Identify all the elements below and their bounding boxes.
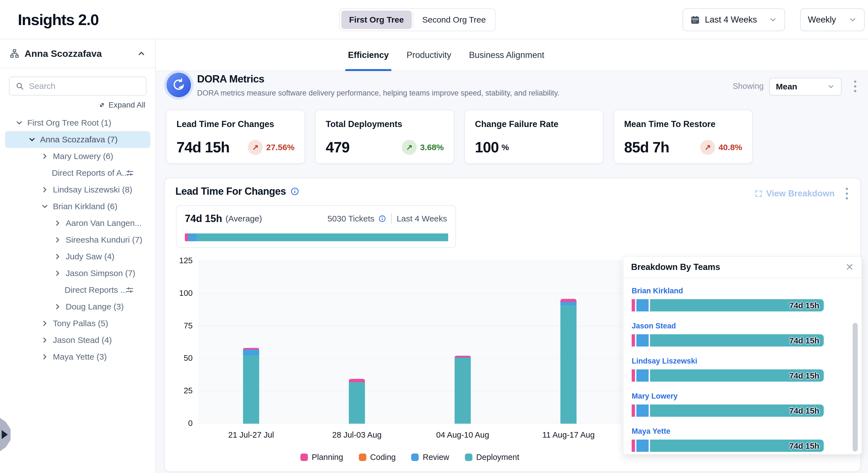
- sidebar-search[interactable]: [9, 77, 147, 95]
- average-label: (Average): [225, 214, 262, 224]
- legend-swatch: [411, 453, 419, 461]
- tree-item-brian-kirkland-6[interactable]: Brian Kirkland (6): [5, 198, 150, 215]
- legend-label: Deployment: [476, 453, 520, 462]
- avg-bar-segment-deployment: [196, 233, 448, 241]
- toggle-second-org-tree[interactable]: Second Org Tree: [414, 10, 494, 29]
- team-bar-segment-planning: [632, 334, 635, 347]
- info-icon[interactable]: [290, 187, 299, 196]
- avg-bar-segment-planning: [185, 233, 188, 241]
- chevron-right-icon[interactable]: [54, 236, 62, 244]
- metric-delta-badge: ↗27.56%: [248, 140, 294, 155]
- metric-card-total-deployments: Total Deployments479↗3.68%: [315, 110, 454, 164]
- tree-item-maya-yette-3[interactable]: Maya Yette (3): [5, 349, 150, 365]
- tree-item-aaron-van-langen[interactable]: Aaron Van Langen...: [5, 215, 150, 232]
- info-icon[interactable]: [378, 215, 386, 223]
- team-row-lindsay-liszewski: Lindsay Liszewski74d 15h: [632, 357, 853, 382]
- legend-item-deployment[interactable]: Deployment: [465, 453, 520, 462]
- tab-efficiency[interactable]: Efficiency: [348, 39, 389, 71]
- chevron-down-icon: [848, 16, 857, 24]
- legend-item-review[interactable]: Review: [411, 453, 449, 462]
- chevron-right-icon[interactable]: [41, 336, 49, 344]
- chevron-down-icon[interactable]: [28, 136, 36, 144]
- chevron-right-icon[interactable]: [41, 353, 49, 361]
- team-name-link[interactable]: Maya Yette: [632, 427, 853, 436]
- stacked-bar-11-aug-17-aug[interactable]: [560, 299, 577, 424]
- chevron-up-icon[interactable]: [137, 49, 146, 58]
- view-tabs: EfficiencyProductivityBusiness Alignment: [348, 39, 544, 71]
- tree-item-lindsay-liszewski-8[interactable]: Lindsay Liszewski (8): [5, 181, 150, 198]
- chevron-right-icon[interactable]: [41, 185, 49, 194]
- chevron-right-icon[interactable]: [41, 319, 49, 328]
- tab-productivity[interactable]: Productivity: [406, 39, 451, 71]
- tree-item-jason-simpson-7[interactable]: Jason Simpson (7): [5, 265, 150, 282]
- chevron-down-icon[interactable]: [41, 202, 49, 211]
- tree-item-jason-stead-4[interactable]: Jason Stead (4): [5, 332, 150, 349]
- filter-sliders-icon[interactable]: [125, 169, 134, 177]
- tree-item-tony-pallas-5[interactable]: Tony Pallas (5): [5, 315, 150, 332]
- chart-plot-area: [198, 261, 621, 424]
- tab-business-alignment[interactable]: Business Alignment: [469, 39, 545, 71]
- team-row-mary-lowery: Mary Lowery74d 15h: [632, 392, 853, 417]
- arrow-up-right-icon: ↗: [402, 140, 417, 155]
- lead-time-kebab-menu[interactable]: [846, 188, 848, 200]
- stacked-bar-04-aug-10-aug[interactable]: [455, 356, 471, 424]
- legend-swatch: [465, 453, 472, 461]
- org-sidebar: Anna Scozzafava Expand All First Org Tre…: [0, 39, 156, 473]
- team-bar-segment-review: [637, 334, 649, 347]
- metric-card-value: 100: [475, 139, 499, 156]
- filter-sliders-icon[interactable]: [125, 286, 134, 294]
- expand-diagonal-icon: [98, 101, 106, 109]
- legend-item-planning[interactable]: Planning: [300, 453, 343, 462]
- tree-item-sireesha-kunduri-7[interactable]: Sireesha Kunduri (7): [5, 232, 150, 248]
- date-range-value: Last 4 Weeks: [705, 15, 757, 25]
- chevron-right-icon[interactable]: [54, 302, 62, 311]
- y-axis-label: 75: [170, 321, 193, 330]
- expand-all-label: Expand All: [108, 100, 145, 110]
- metric-delta-badge: ↗3.68%: [402, 140, 444, 155]
- team-name-link[interactable]: Lindsay Liszewski: [632, 357, 853, 365]
- toggle-divider: [413, 12, 413, 27]
- calendar-icon: [690, 15, 700, 25]
- team-name-link[interactable]: Jason Stead: [632, 322, 853, 330]
- view-breakdown-button[interactable]: View Breakdown: [754, 188, 835, 199]
- date-range-dropdown[interactable]: Last 4 Weeks: [683, 8, 785, 31]
- sidebar-user-header[interactable]: Anna Scozzafava: [0, 39, 155, 68]
- breakdown-by-teams-panel: Breakdown By Teams ✕ Brian Kirkland74d 1…: [623, 256, 862, 454]
- search-input[interactable]: [29, 81, 140, 91]
- expand-all-button[interactable]: Expand All: [0, 98, 155, 113]
- stacked-bar-21-jul-27-jul[interactable]: [243, 348, 259, 424]
- view-tabbar: EfficiencyProductivityBusiness Alignment: [156, 39, 868, 71]
- tree-item-judy-saw-4[interactable]: Judy Saw (4): [5, 248, 150, 265]
- tree-item-doug-lange-3[interactable]: Doug Lange (3): [5, 298, 150, 315]
- aggregation-dropdown[interactable]: Mean: [769, 78, 842, 95]
- lead-time-title: Lead Time For Changes: [175, 185, 286, 197]
- team-bar-value: 74d 15h: [789, 301, 819, 310]
- chevron-down-icon[interactable]: [15, 119, 23, 127]
- chevron-right-icon[interactable]: [54, 219, 62, 227]
- bar-segment-planning: [349, 379, 365, 382]
- tree-item-direct-reports-of-a[interactable]: Direct Reports of A...: [5, 165, 150, 181]
- y-axis-label: 0: [170, 419, 193, 428]
- bar-segment-deployment: [560, 305, 577, 424]
- tree-item-anna-scozzafava-7[interactable]: Anna Scozzafava (7): [5, 131, 150, 148]
- metric-delta-value: 40.8%: [718, 143, 742, 152]
- breakdown-panel-title: Breakdown By Teams: [631, 262, 720, 272]
- chevron-right-icon[interactable]: [41, 152, 49, 160]
- showing-label: Showing: [733, 82, 764, 91]
- chevron-right-icon[interactable]: [54, 269, 62, 277]
- team-name-link[interactable]: Mary Lowery: [632, 392, 853, 401]
- team-name-link[interactable]: Brian Kirkland: [632, 287, 853, 295]
- dora-kebab-menu[interactable]: [854, 81, 856, 92]
- granularity-dropdown[interactable]: Weekly: [800, 8, 865, 31]
- team-bar-segment-review: [637, 369, 649, 382]
- tree-item-first-org-tree-root-1[interactable]: First Org Tree Root (1): [5, 115, 150, 131]
- view-breakdown-label: View Breakdown: [766, 188, 835, 199]
- tree-item-mary-lowery-6[interactable]: Mary Lowery (6): [5, 148, 150, 165]
- close-icon[interactable]: ✕: [845, 262, 854, 272]
- toggle-first-org-tree[interactable]: First Org Tree: [341, 10, 412, 29]
- chevron-right-icon[interactable]: [54, 253, 62, 261]
- tree-item-direct-reports[interactable]: Direct Reports ...: [5, 282, 150, 298]
- stacked-bar-28-jul-03-aug[interactable]: [349, 379, 365, 424]
- scrollbar-thumb[interactable]: [853, 323, 858, 451]
- legend-item-coding[interactable]: Coding: [359, 453, 396, 462]
